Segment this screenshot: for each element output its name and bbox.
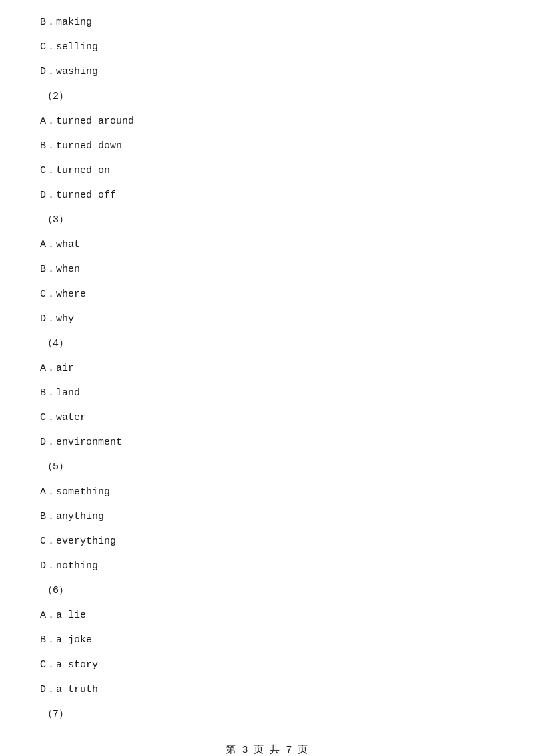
c-water-line: C．water xyxy=(40,409,494,427)
a-something-line: A．something xyxy=(40,483,494,501)
q6-label: （6） xyxy=(40,582,494,600)
c-where-line: C．where xyxy=(40,285,494,303)
b-anything-line: B．anything xyxy=(40,508,494,526)
b-a-joke-line: B．a joke xyxy=(40,631,494,649)
d-nothing-line: D．nothing xyxy=(40,557,494,575)
d-a-truth-line: D．a truth xyxy=(40,681,494,699)
d-why-line: D．why xyxy=(40,310,494,328)
content-area: B．making C．selling D．washing （2） A．turne… xyxy=(40,13,494,723)
a-a-lie-line: A．a lie xyxy=(40,606,494,624)
b-land-line: B．land xyxy=(40,384,494,402)
b-making-line: B．making xyxy=(40,13,494,31)
d-washing-line: D．washing xyxy=(40,63,494,81)
c-turned-on-line: C．turned on xyxy=(40,162,494,180)
a-air-line: A．air xyxy=(40,359,494,377)
a-turned-around-line: A．turned around xyxy=(40,112,494,130)
a-what-line: A．what xyxy=(40,236,494,254)
b-turned-down-line: B．turned down xyxy=(40,137,494,155)
q3-label: （3） xyxy=(40,211,494,229)
c-everything-line: C．everything xyxy=(40,532,494,550)
b-when-line: B．when xyxy=(40,260,494,278)
page-footer: 第 3 页 共 7 页 xyxy=(40,743,494,756)
q4-label: （4） xyxy=(40,335,494,353)
d-environment-line: D．environment xyxy=(40,433,494,451)
c-a-story-line: C．a story xyxy=(40,656,494,674)
q7-label: （7） xyxy=(40,705,494,723)
q2-label: （2） xyxy=(40,87,494,106)
c-selling-line: C．selling xyxy=(40,38,494,56)
d-turned-off-line: D．turned off xyxy=(40,186,494,204)
q5-label: （5） xyxy=(40,458,494,476)
